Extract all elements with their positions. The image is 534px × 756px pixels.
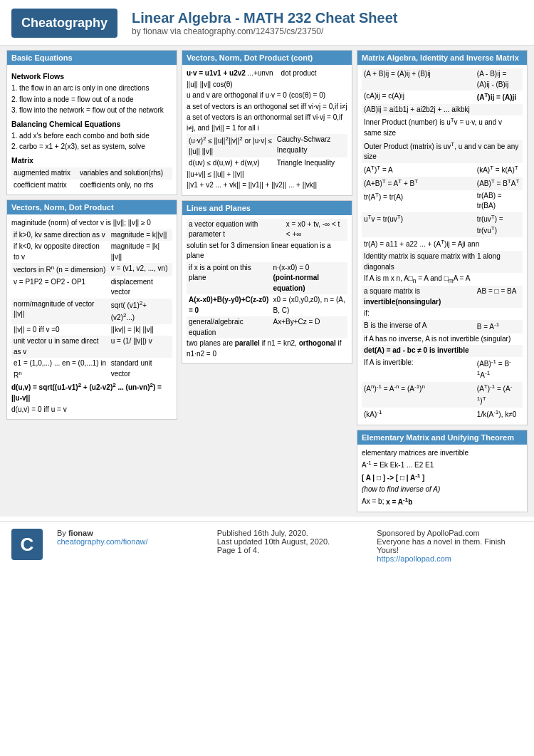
- network-flow-2: 2. flow into a node = flow out of a node: [11, 95, 172, 105]
- vn-r3c2: v = (v1, v2, ..., vn): [109, 263, 172, 276]
- ma-trace: tr(A) = a11 + a22 ... + (AT)ij = Aji ann: [362, 237, 523, 251]
- logo: Cheatography: [11, 9, 117, 38]
- ma-mn: If A is m x n, A□n = A and □mA = A: [362, 273, 523, 286]
- ma-r6c2: tr(AB) = tr(BA): [475, 190, 523, 212]
- ma-ab-inv: (AB)-1 = B-1A-1: [475, 357, 523, 383]
- section-header-basic-equations: Basic Equations: [7, 51, 177, 65]
- ma-inner-product: Inner Product (number) is uTv = u·v, u a…: [362, 115, 523, 139]
- vn-r2c1: if k<0, kv opposite direction to v: [11, 241, 109, 263]
- byline: by fionaw via cheatography.com/124375/cs…: [132, 26, 397, 36]
- matrix-algebra-table: (A + B)ij = (A)ij + (B)ij (A - B)ij = (A…: [362, 68, 523, 421]
- vn-r4c2: displacement vector: [109, 276, 172, 299]
- cauchy-schwarz: (u·v)2 ≤ ||u||2||v||2 or |u·v| ≤ ||u|| |…: [187, 134, 275, 157]
- footer-author-url[interactable]: cheatography.com/fionaw/: [57, 537, 148, 546]
- footer-sponsor-url[interactable]: https://apollopad.com: [377, 554, 451, 563]
- network-flow-1: 1. the flow in an arc is only in one dir…: [11, 83, 172, 94]
- table-row: (kA)-1 1/k(A-1), k≠0: [362, 408, 523, 421]
- section-elementary-matrix: Elementary Matrix and Unifying Theorem e…: [357, 430, 528, 512]
- vn-r5c1: norm/magnitude of vector ||v||: [11, 299, 109, 324]
- footer-sponsor-col: Sponsored by ApolloPad.com Everyone has …: [377, 529, 523, 563]
- ma-at-inv: (AT)-1 = (A-1)T: [475, 382, 523, 408]
- vector-eq-val: x = x0 + tv, -∞ < t < +∞: [284, 219, 347, 241]
- lines-planes-table: a vector equation with parameter t x = x…: [187, 219, 347, 241]
- table-row: tr(A) = a11 + a22 ... + (AT)ij = Aji ann: [362, 237, 523, 251]
- norm-sum-multi: ||v1 + v2 ... + vk|| = ||v1|| + ||v2|| .…: [187, 180, 347, 191]
- section-vectors-cont: Vectors, Norm, Dot Product (cont) u·v = …: [182, 50, 352, 196]
- table-row: Identity matrix is square matrix with 1 …: [362, 251, 523, 273]
- vn-r7c1: unit vector u in same direct as v: [11, 336, 109, 358]
- ma-ka-inv: (kA)-1: [362, 408, 475, 421]
- byline-text: by fionaw via cheatography.com/124375/cs…: [132, 26, 323, 36]
- footer-page: Page 1 of 4.: [217, 546, 363, 554]
- subsection-balancing: Balancing Chemical Equations: [11, 119, 172, 130]
- ma-r7c1: uTv = tr(uvT): [362, 212, 475, 238]
- vn-r3c1: vectors in Rn (n = dimension): [11, 263, 109, 276]
- ma-r2c1: (cA)ij = c(A)ij: [362, 90, 475, 104]
- section-header-vectors-cont: Vectors, Norm, Dot Product (cont): [182, 51, 352, 65]
- table-row: If A is invertible: (AB)-1 = B-1A-1: [362, 357, 523, 383]
- table-row: ||v|| = 0 iff v =0 ||kv|| = |k| ||v||: [11, 324, 172, 336]
- table-row: coefficient matrix coefficients only, no…: [11, 180, 172, 192]
- table-row: (cA)ij = c(A)ij (AT)ij = (A)ji: [362, 90, 523, 104]
- footer-sponsor-label: Sponsored by ApolloPad.com: [377, 529, 523, 537]
- vn-r2c2: magnitude = |k| ||v||: [109, 241, 172, 263]
- elem-how: (how to find inverse of A): [362, 485, 523, 495]
- table-row: (AB)ij = ai1b1j + ai2b2j + ... aikbkj: [362, 104, 523, 116]
- balancing-1: 1. add x's before each combo and both si…: [11, 131, 172, 142]
- table-row: unit vector u in same direct as v u = (1…: [11, 336, 172, 358]
- vn-r8c2: standard unit vector: [109, 358, 172, 381]
- gen-eq: general/algebraic equation: [187, 316, 271, 338]
- table-row: Inner Product (number) is uTv = u·v, u a…: [362, 115, 523, 139]
- subsection-matrix: Matrix: [11, 155, 172, 166]
- matrix-row1-col1: augmented matrix: [11, 167, 78, 180]
- ma-if: if:: [362, 308, 523, 320]
- vn-r6c2: ||kv|| = |k| ||v||: [109, 324, 172, 336]
- footer-published: Published 16th July, 2020.: [217, 529, 363, 537]
- parallel-orthogonal: two planes are parallel if n1 = kn2, ort…: [187, 338, 347, 359]
- network-flow-3: 3. flow into the network = flow out of t…: [11, 105, 172, 116]
- vn-r5c2: sqrt( (v1)2+ (v2)2...): [109, 299, 172, 324]
- ma-r5c1: (A+B)T = AT + BT: [362, 177, 475, 190]
- footer-author-name: fionaw: [68, 529, 93, 537]
- ma-outer-product: Outer Product (matrix) is uvT, u and v c…: [362, 140, 523, 163]
- ma-identity: Identity matrix is square matrix with 1 …: [362, 251, 523, 273]
- matrix-row2-col2: coefficients only, no rhs: [78, 180, 172, 192]
- matrix-table: augmented matrix variables and solution(…: [11, 167, 172, 191]
- table-row: if A has no inverse, A is not invertible…: [362, 333, 523, 346]
- ma-r7c2: tr(uvT) = tr(vuT): [475, 212, 523, 238]
- section-lines-planes: Lines and Planes a vector equation with …: [182, 200, 352, 365]
- footer-sponsor-text: Everyone has a novel in them. Finish You…: [377, 537, 523, 554]
- elem-invertible: elementary matrices are invertible: [362, 448, 523, 459]
- table-row: If A is m x n, A□n = A and □mA = A: [362, 273, 523, 286]
- dot-product-def: u·v = u1v1 + u2v2 ...+unvn dot product: [187, 68, 347, 79]
- vector-eq: a vector equation with parameter t: [187, 219, 284, 241]
- table-row: if x is a point on this plane n·(x-x0) =…: [187, 262, 347, 295]
- column-2: Vectors, Norm, Dot Product (cont) u·v = …: [179, 50, 355, 512]
- table-row: (A + B)ij = (A)ij + (B)ij (A - B)ij = (A…: [362, 68, 523, 90]
- ma-invertible: a square matrix is invertible(nonsingula…: [362, 286, 475, 308]
- section-header-matrix-algebra: Matrix Algebra, Identity and Inverse Mat…: [357, 51, 527, 65]
- balancing-2: 2. carbo = x1 + 2(x3), set as system, so…: [11, 142, 172, 152]
- table-row: v = P1P2 = OP2 - OP1 displacement vector: [11, 276, 172, 299]
- footer-by: By fionaw: [57, 529, 203, 537]
- footer-updated: Last updated 10th August, 2020.: [217, 537, 363, 546]
- section-matrix-algebra: Matrix Algebra, Identity and Inverse Mat…: [357, 50, 528, 425]
- ma-r6c1: tr(AT) = tr(A): [362, 190, 475, 212]
- table-row: e1 = (1,0,...) ... en = (0,...1) in Rn s…: [11, 358, 172, 381]
- orthogonal-def: u and v are orthogonal if u·v = 0 (cos(θ…: [187, 90, 347, 101]
- column-1: Basic Equations Network Flows 1. the flo…: [4, 50, 179, 512]
- norm-sum: ||u+v|| ≤ ||u|| + ||v||: [187, 170, 347, 180]
- footer-author-col: By fionaw cheatography.com/fionaw/: [57, 529, 203, 546]
- ma-r2c2: (AT)ij = (A)ji: [475, 90, 523, 104]
- section-body-vectors-cont: u·v = u1v1 + u2v2 ...+unvn dot product |…: [182, 65, 352, 195]
- section-body-basic-equations: Network Flows 1. the flow in an arc is o…: [7, 65, 177, 195]
- table-row: det(A) = ad - bc ≠ 0 is invertible: [362, 345, 523, 357]
- section-header-elementary: Elementary Matrix and Unifying Theorem: [357, 430, 527, 445]
- table-row: (An)-1 = A-n = (A-1)n (AT)-1 = (A-1)T: [362, 382, 523, 408]
- triangle-label: Triangle Inequality: [275, 157, 347, 170]
- point-normal-eq: n·(x-x0) = 0(point-normal equation): [271, 262, 347, 295]
- footer-logo: C: [11, 529, 43, 560]
- ma-r3: (AB)ij = ai1b1j + ai2b2j + ... aikbkj: [362, 104, 523, 116]
- table-row: tr(AT) = tr(A) tr(AB) = tr(BA): [362, 190, 523, 212]
- section-header-lines-planes: Lines and Planes: [182, 201, 352, 215]
